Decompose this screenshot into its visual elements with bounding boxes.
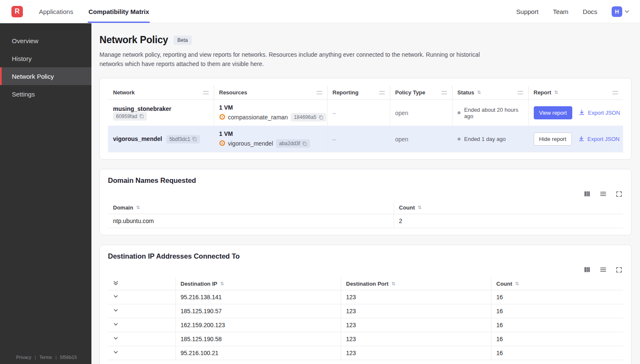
view-report-button[interactable]: View report — [534, 106, 573, 119]
avatar[interactable]: H — [612, 6, 622, 17]
resource-name[interactable]: compassionate_raman — [228, 114, 288, 121]
nav-right: Support Team Docs H — [516, 6, 630, 17]
row-expand-button[interactable] — [113, 322, 119, 327]
col-domain: Domain — [113, 204, 133, 211]
sort-icon[interactable]: ⇅ — [220, 281, 224, 287]
expand-icon[interactable] — [616, 266, 622, 273]
sidebar-item-settings[interactable]: Settings — [0, 85, 91, 103]
nav-support[interactable]: Support — [516, 8, 539, 15]
card-title: Domain Names Requested — [108, 176, 623, 185]
export-json-link[interactable]: Export JSON — [579, 109, 620, 117]
row-expand-button[interactable] — [113, 350, 119, 355]
avatar-letter: H — [615, 8, 619, 15]
domain-table-header: Domain⇅ Count⇅ — [108, 201, 623, 214]
count-value: 16 — [491, 332, 623, 346]
sort-icon[interactable]: ⇅ — [477, 90, 481, 95]
nav-docs[interactable]: Docs — [583, 8, 597, 15]
columns-icon[interactable] — [584, 190, 590, 197]
copy-icon[interactable] — [139, 114, 144, 119]
reporting-value: – — [327, 126, 390, 152]
resource-id-badge: aba2dd3f — [276, 139, 310, 148]
expand-all-button[interactable] — [113, 280, 119, 286]
sidebar-item-overview[interactable]: Overview — [0, 32, 91, 50]
column-resize-handle[interactable] — [518, 91, 523, 94]
column-resize-handle[interactable] — [612, 91, 618, 94]
domain-value: ntp.ubuntu.com — [108, 214, 394, 228]
status-text: Ended 1 day ago — [464, 136, 506, 142]
sidebar-item-history[interactable]: History — [0, 50, 91, 67]
dest-port-value: 123 — [341, 318, 491, 332]
row-expand-button[interactable] — [113, 294, 119, 299]
networks-card: Network Resources Reporting Policy Type … — [99, 78, 632, 160]
vm-resource-icon — [219, 114, 225, 121]
export-json-link[interactable]: Export JSON — [578, 135, 620, 143]
dest-ip-row: 185.125.190.58 123 16 — [108, 332, 623, 346]
column-resize-handle[interactable] — [203, 91, 209, 94]
count-value: 16 — [491, 318, 623, 332]
vm-resource-icon — [219, 140, 225, 147]
footer-divider: | — [35, 355, 36, 360]
nav-team[interactable]: Team — [553, 8, 568, 15]
dest-ip-value: 95.216.138.141 — [175, 290, 341, 304]
columns-icon[interactable] — [584, 266, 590, 273]
app-root: R Applications Compatibility Matrix Supp… — [0, 0, 640, 364]
privacy-link[interactable]: Privacy — [16, 355, 31, 360]
col-resources: Resources — [219, 89, 247, 96]
resource-name[interactable]: vigorous_mendel — [228, 140, 273, 147]
user-menu[interactable]: H — [612, 6, 630, 17]
sort-icon[interactable]: ⇅ — [515, 281, 519, 287]
expand-icon[interactable] — [616, 190, 622, 197]
column-resize-handle[interactable] — [379, 91, 385, 94]
table-toolbar — [108, 266, 622, 273]
domain-table: Domain⇅ Count⇅ ntp.ubuntu.com 2 — [108, 201, 623, 228]
rows-icon[interactable] — [600, 190, 607, 197]
sort-icon[interactable]: ⇅ — [136, 205, 140, 210]
destination-ip-card: Destination IP Addresses Connected To De… — [99, 245, 632, 364]
copy-icon[interactable] — [192, 137, 197, 141]
dest-ip-row: 95.216.138.141 123 16 — [108, 290, 623, 304]
rows-icon[interactable] — [600, 266, 607, 273]
col-policy-type: Policy Type — [395, 89, 425, 96]
dest-ip-row: 95.216.100.21 123 16 — [108, 346, 623, 360]
sort-icon[interactable]: ⇅ — [392, 281, 395, 287]
policy-type-value: open — [390, 126, 452, 152]
row-expand-button[interactable] — [113, 336, 119, 341]
col-report: Report — [534, 89, 552, 96]
table-toolbar — [108, 190, 622, 197]
row-expand-button[interactable] — [113, 308, 119, 313]
column-resize-handle[interactable] — [441, 91, 447, 94]
page-title: Network Policy — [99, 34, 168, 46]
resource-count: 1 VM — [219, 130, 322, 137]
status-text: Ended about 20 hours ago — [464, 107, 523, 119]
column-resize-handle[interactable] — [317, 91, 322, 94]
dest-port-value: 123 — [341, 346, 491, 360]
sidebar-item-network-policy[interactable]: Network Policy — [0, 67, 91, 85]
nav-applications[interactable]: Applications — [39, 0, 73, 23]
app-logo[interactable]: R — [11, 6, 23, 17]
network-row: musing_stonebraker60959fad 1 VM compassi… — [108, 100, 623, 126]
dest-ip-row: 185.125.190.57 123 16 — [108, 304, 623, 318]
dest-ip-value: 185.125.190.58 — [175, 332, 341, 346]
chevron-down-icon[interactable] — [624, 8, 630, 14]
resource-id-badge: 184696a5 — [291, 113, 326, 121]
beta-badge: Beta — [174, 36, 192, 45]
hide-report-button[interactable]: Hide report — [534, 132, 572, 146]
count-value: 16 — [491, 346, 623, 360]
main-content: Network Policy Beta Manage network polic… — [91, 23, 640, 364]
sort-icon[interactable]: ⇅ — [554, 90, 558, 95]
resource-count: 1 VM — [219, 104, 322, 111]
nav-compatibility-matrix[interactable]: Compatibility Matrix — [88, 0, 149, 23]
dest-ip-value: 95.216.100.21 — [175, 346, 341, 360]
networks-table: Network Resources Reporting Policy Type … — [108, 85, 623, 152]
dest-ip-value: 185.125.190.57 — [175, 304, 341, 318]
page-header: Network Policy Beta — [99, 34, 632, 46]
copy-icon[interactable] — [319, 115, 323, 120]
terms-link[interactable]: Terms — [39, 355, 52, 360]
col-count: Count — [497, 281, 513, 287]
count-value: 16 — [491, 304, 623, 318]
dest-port-value: 123 — [341, 304, 491, 318]
dest-ip-table-header: Destination IP⇅ Destination Port⇅ Count⇅ — [108, 277, 623, 290]
copy-icon[interactable] — [302, 141, 307, 146]
col-count: Count — [399, 204, 415, 211]
sort-icon[interactable]: ⇅ — [418, 205, 422, 210]
